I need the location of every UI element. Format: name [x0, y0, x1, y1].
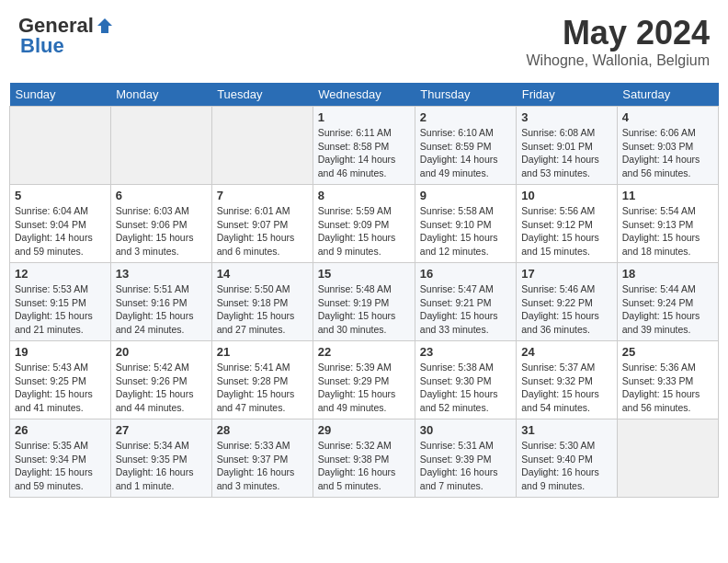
day-info: Sunrise: 5:41 AM Sunset: 9:28 PM Dayligh… — [217, 361, 308, 415]
day-number: 6 — [116, 189, 207, 202]
calendar-cell: 2Sunrise: 6:10 AM Sunset: 8:59 PM Daylig… — [415, 107, 516, 185]
day-info: Sunrise: 6:11 AM Sunset: 8:58 PM Dayligh… — [318, 126, 410, 180]
calendar-cell: 3Sunrise: 6:08 AM Sunset: 9:01 PM Daylig… — [517, 107, 618, 185]
day-info: Sunrise: 5:47 AM Sunset: 9:21 PM Dayligh… — [420, 282, 511, 337]
title-block: May 2024 Wihogne, Wallonia, Belgium — [527, 14, 711, 69]
day-info: Sunrise: 6:03 AM Sunset: 9:06 PM Dayligh… — [116, 204, 207, 259]
day-number: 27 — [116, 423, 207, 437]
calendar-header-row: SundayMondayTuesdayWednesdayThursdayFrid… — [10, 83, 719, 107]
calendar-header-friday: Friday — [517, 83, 618, 107]
day-number: 16 — [420, 267, 511, 281]
day-number: 17 — [521, 267, 612, 281]
calendar-cell: 1Sunrise: 6:11 AM Sunset: 8:58 PM Daylig… — [313, 107, 415, 185]
day-info: Sunrise: 5:44 AM Sunset: 9:24 PM Dayligh… — [622, 282, 713, 337]
calendar-week-row: 26Sunrise: 5:35 AM Sunset: 9:34 PM Dayli… — [10, 419, 719, 498]
calendar-cell: 15Sunrise: 5:48 AM Sunset: 9:19 PM Dayli… — [313, 263, 415, 341]
day-number: 15 — [318, 267, 410, 281]
calendar-cell — [110, 107, 211, 185]
calendar-cell: 6Sunrise: 6:03 AM Sunset: 9:06 PM Daylig… — [110, 185, 211, 263]
calendar-cell: 13Sunrise: 5:51 AM Sunset: 9:16 PM Dayli… — [110, 263, 211, 341]
svg-marker-0 — [97, 18, 112, 33]
calendar-week-row: 19Sunrise: 5:43 AM Sunset: 9:25 PM Dayli… — [10, 341, 719, 419]
day-info: Sunrise: 5:32 AM Sunset: 9:38 PM Dayligh… — [318, 439, 410, 493]
calendar-cell: 10Sunrise: 5:56 AM Sunset: 9:12 PM Dayli… — [517, 185, 618, 263]
day-number: 10 — [521, 189, 612, 202]
calendar-cell: 28Sunrise: 5:33 AM Sunset: 9:37 PM Dayli… — [211, 419, 313, 498]
day-number: 5 — [15, 189, 106, 202]
calendar-cell — [211, 107, 313, 185]
calendar-cell: 5Sunrise: 6:04 AM Sunset: 9:04 PM Daylig… — [10, 185, 111, 263]
calendar-cell: 9Sunrise: 5:58 AM Sunset: 9:10 PM Daylig… — [415, 185, 516, 263]
day-number: 25 — [622, 345, 713, 359]
header: General Blue May 2024 Wihogne, Wallonia,… — [9, 9, 719, 74]
day-info: Sunrise: 5:56 AM Sunset: 9:12 PM Dayligh… — [521, 204, 612, 259]
calendar-cell: 29Sunrise: 5:32 AM Sunset: 9:38 PM Dayli… — [313, 419, 415, 498]
day-info: Sunrise: 5:39 AM Sunset: 9:29 PM Dayligh… — [318, 361, 410, 415]
day-info: Sunrise: 5:30 AM Sunset: 9:40 PM Dayligh… — [521, 439, 612, 493]
calendar-cell: 12Sunrise: 5:53 AM Sunset: 9:15 PM Dayli… — [10, 263, 111, 341]
day-info: Sunrise: 5:37 AM Sunset: 9:32 PM Dayligh… — [521, 361, 612, 415]
day-number: 13 — [116, 267, 207, 281]
day-number: 19 — [15, 345, 106, 359]
day-number: 26 — [15, 423, 106, 437]
day-number: 29 — [318, 423, 410, 437]
calendar-cell — [617, 419, 718, 498]
calendar-header-monday: Monday — [110, 83, 211, 107]
day-number: 12 — [15, 267, 106, 281]
calendar-cell — [10, 107, 111, 185]
calendar-cell: 4Sunrise: 6:06 AM Sunset: 9:03 PM Daylig… — [617, 107, 718, 185]
day-info: Sunrise: 5:59 AM Sunset: 9:09 PM Dayligh… — [318, 204, 410, 259]
calendar-cell: 23Sunrise: 5:38 AM Sunset: 9:30 PM Dayli… — [415, 341, 516, 419]
calendar-cell: 24Sunrise: 5:37 AM Sunset: 9:32 PM Dayli… — [517, 341, 618, 419]
calendar-cell: 18Sunrise: 5:44 AM Sunset: 9:24 PM Dayli… — [617, 263, 718, 341]
calendar-cell: 20Sunrise: 5:42 AM Sunset: 9:26 PM Dayli… — [110, 341, 211, 419]
day-number: 3 — [521, 110, 612, 124]
calendar-week-row: 12Sunrise: 5:53 AM Sunset: 9:15 PM Dayli… — [10, 263, 719, 341]
day-number: 21 — [217, 345, 308, 359]
day-number: 4 — [622, 110, 713, 124]
day-info: Sunrise: 5:36 AM Sunset: 9:33 PM Dayligh… — [622, 361, 713, 415]
day-info: Sunrise: 5:58 AM Sunset: 9:10 PM Dayligh… — [420, 204, 511, 259]
day-number: 22 — [318, 345, 410, 359]
day-info: Sunrise: 5:50 AM Sunset: 9:18 PM Dayligh… — [217, 282, 308, 337]
day-info: Sunrise: 6:10 AM Sunset: 8:59 PM Dayligh… — [420, 126, 511, 180]
day-info: Sunrise: 5:46 AM Sunset: 9:22 PM Dayligh… — [521, 282, 612, 337]
day-info: Sunrise: 5:31 AM Sunset: 9:39 PM Dayligh… — [420, 439, 511, 493]
calendar-cell: 27Sunrise: 5:34 AM Sunset: 9:35 PM Dayli… — [110, 419, 211, 498]
day-info: Sunrise: 5:33 AM Sunset: 9:37 PM Dayligh… — [217, 439, 308, 493]
day-number: 2 — [420, 110, 511, 124]
day-info: Sunrise: 5:38 AM Sunset: 9:30 PM Dayligh… — [420, 361, 511, 415]
day-info: Sunrise: 5:35 AM Sunset: 9:34 PM Dayligh… — [15, 439, 106, 493]
calendar-header-sunday: Sunday — [10, 83, 111, 107]
calendar-week-row: 5Sunrise: 6:04 AM Sunset: 9:04 PM Daylig… — [10, 185, 719, 263]
calendar-cell: 8Sunrise: 5:59 AM Sunset: 9:09 PM Daylig… — [313, 185, 415, 263]
calendar-header-thursday: Thursday — [415, 83, 516, 107]
day-number: 14 — [217, 267, 308, 281]
day-number: 8 — [318, 189, 410, 202]
day-number: 1 — [318, 110, 410, 124]
day-number: 11 — [622, 189, 713, 202]
calendar-header-wednesday: Wednesday — [313, 83, 415, 107]
day-info: Sunrise: 6:01 AM Sunset: 9:07 PM Dayligh… — [217, 204, 308, 259]
calendar-cell: 14Sunrise: 5:50 AM Sunset: 9:18 PM Dayli… — [211, 263, 313, 341]
logo-icon — [96, 17, 114, 35]
day-info: Sunrise: 6:06 AM Sunset: 9:03 PM Dayligh… — [622, 126, 713, 180]
day-info: Sunrise: 5:51 AM Sunset: 9:16 PM Dayligh… — [116, 282, 207, 337]
calendar-cell: 19Sunrise: 5:43 AM Sunset: 9:25 PM Dayli… — [10, 341, 111, 419]
day-number: 18 — [622, 267, 713, 281]
calendar-cell: 21Sunrise: 5:41 AM Sunset: 9:28 PM Dayli… — [211, 341, 313, 419]
day-number: 7 — [217, 189, 308, 202]
day-number: 24 — [521, 345, 612, 359]
day-info: Sunrise: 5:34 AM Sunset: 9:35 PM Dayligh… — [116, 439, 207, 493]
logo-blue-text: Blue — [20, 34, 64, 58]
calendar-header-tuesday: Tuesday — [211, 83, 313, 107]
day-info: Sunrise: 5:42 AM Sunset: 9:26 PM Dayligh… — [116, 361, 207, 415]
calendar-cell: 16Sunrise: 5:47 AM Sunset: 9:21 PM Dayli… — [415, 263, 516, 341]
day-number: 31 — [521, 423, 612, 437]
calendar-cell: 31Sunrise: 5:30 AM Sunset: 9:40 PM Dayli… — [517, 419, 618, 498]
calendar-cell: 25Sunrise: 5:36 AM Sunset: 9:33 PM Dayli… — [617, 341, 718, 419]
day-number: 23 — [420, 345, 511, 359]
day-number: 28 — [217, 423, 308, 437]
day-info: Sunrise: 5:53 AM Sunset: 9:15 PM Dayligh… — [15, 282, 106, 337]
day-number: 20 — [116, 345, 207, 359]
